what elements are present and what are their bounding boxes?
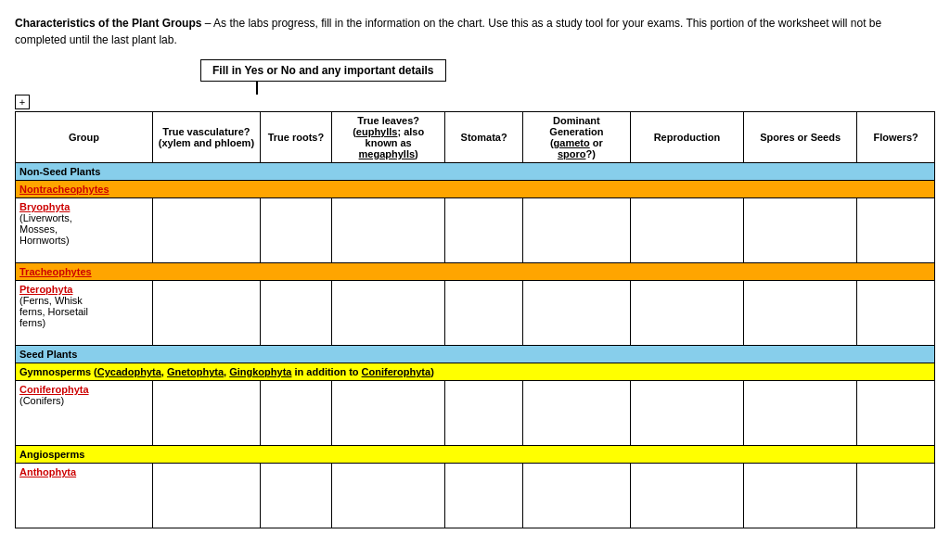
bryophyta-flowers[interactable] [857, 198, 935, 263]
pterophyta-dominant[interactable] [522, 281, 630, 346]
anthophyta-stomata[interactable] [445, 464, 523, 528]
coniferophyta-roots[interactable] [260, 381, 331, 446]
pterophyta-row: Pterophyta (Ferns, Whiskferns, Horsetail… [16, 281, 935, 346]
pterophyta-stomata[interactable] [445, 281, 523, 346]
pterophyta-repro[interactable] [630, 281, 743, 346]
coniferophyta-cell: Coniferophyta (Conifers) [16, 381, 153, 446]
non-seed-plants-row: Non-Seed Plants [16, 163, 935, 181]
anthophyta-flowers[interactable] [857, 464, 935, 528]
bryophyta-cell: Bryophyta (Liverworts,Mosses,Hornworts) [16, 198, 153, 263]
anthophyta-vasc[interactable] [153, 464, 261, 528]
bryophyta-repro[interactable] [630, 198, 743, 263]
intro-bold: Characteristics of the Plant Groups [15, 17, 201, 30]
header-dominant: DominantGeneration(gameto orsporo?) [522, 112, 630, 163]
header-roots: True roots? [260, 112, 331, 163]
anthophyta-roots[interactable] [260, 464, 331, 528]
header-leaves: True leaves?(euphylls; alsoknown asmegap… [332, 112, 445, 163]
bryophyta-stomata[interactable] [445, 198, 523, 263]
anthophyta-cell: Anthophyta [16, 464, 153, 528]
anthophyta-dominant[interactable] [522, 464, 630, 528]
pterophyta-roots[interactable] [260, 281, 331, 346]
header-vasculature: True vasculature? (xylem and phloem) [153, 112, 261, 163]
coniferophyta-leaves[interactable] [332, 381, 445, 446]
bryophyta-spores[interactable] [744, 198, 857, 263]
coniferophyta-spores[interactable] [744, 381, 857, 446]
header-flowers: Flowers? [857, 112, 935, 163]
header-spores: Spores or Seeds [744, 112, 857, 163]
coniferophyta-dominant[interactable] [522, 381, 630, 446]
anthophyta-leaves[interactable] [332, 464, 445, 528]
seed-plants-row: Seed Plants [16, 346, 935, 363]
coniferophyta-row: Coniferophyta (Conifers) [16, 381, 935, 446]
angiosperms-section-row: Angiosperms [16, 446, 935, 464]
bryophyta-row: Bryophyta (Liverworts,Mosses,Hornworts) [16, 198, 935, 263]
bryophyta-leaves[interactable] [332, 198, 445, 263]
nontracheophytes-row: Nontracheophytes [16, 181, 935, 198]
coniferophyta-vasc[interactable] [153, 381, 261, 446]
coniferophyta-repro[interactable] [630, 381, 743, 446]
pterophyta-vasc[interactable] [153, 281, 261, 346]
plus-button[interactable]: + [15, 95, 30, 109]
header-reproduction: Reproduction [630, 112, 743, 163]
tracheophytes-row: Tracheophytes [16, 263, 935, 281]
gymnosperms-row: Gymnosperms (Cycadophyta, Gnetophyta, Gi… [16, 363, 935, 381]
anthophyta-spores[interactable] [744, 464, 857, 528]
bryophyta-roots[interactable] [260, 198, 331, 263]
coniferophyta-flowers[interactable] [857, 381, 935, 446]
anthophyta-row: Anthophyta [16, 464, 935, 528]
header-group: Group [16, 112, 153, 163]
intro-text: Characteristics of the Plant Groups – As… [15, 15, 935, 48]
pterophyta-flowers[interactable] [857, 281, 935, 346]
bryophyta-dominant[interactable] [522, 198, 630, 263]
coniferophyta-stomata[interactable] [445, 381, 523, 446]
pterophyta-leaves[interactable] [332, 281, 445, 346]
header-stomata: Stomata? [445, 112, 523, 163]
pterophyta-cell: Pterophyta (Ferns, Whiskferns, Horsetail… [16, 281, 153, 346]
pterophyta-spores[interactable] [744, 281, 857, 346]
bryophyta-vasc[interactable] [153, 198, 261, 263]
anthophyta-repro[interactable] [630, 464, 743, 528]
fill-in-box: Fill in Yes or No and any important deta… [200, 59, 446, 82]
